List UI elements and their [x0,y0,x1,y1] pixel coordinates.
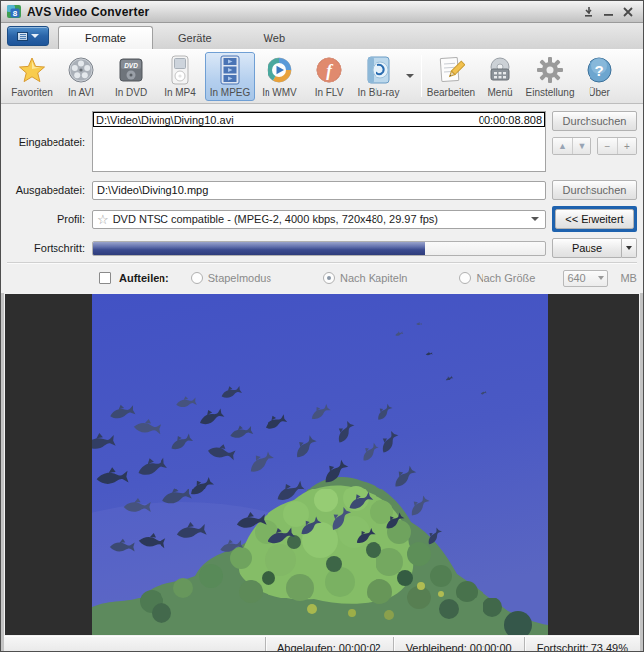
output-file-field[interactable]: D:\Video\Diving10.mpg [92,181,546,200]
minimize-icon[interactable] [598,4,618,20]
remove-file-button[interactable]: − [598,138,617,154]
window-title: AVS Video Converter [27,5,579,19]
app-window: 8 AVS Video Converter Formate Geräte Web… [0,0,644,652]
tool-label: Bearbeiten [427,87,475,98]
tab-bar: Formate Geräte Web [1,23,643,49]
arrow-down-icon: ▼ [578,141,587,151]
split-options-row: Aufteilen: Stapelmodus Nach Kapiteln Nac… [5,264,639,293]
split-option-stapelmodus[interactable]: Stapelmodus [191,272,271,284]
toolbar-einstellung[interactable]: Einstellung [525,52,575,101]
progress-fill [93,242,425,255]
input-file-list[interactable]: D:\Video\Diving\Diving10.avi 00:00:08.80… [92,111,546,172]
filmstrip-icon [219,55,241,85]
tab-geraete[interactable]: Geräte [153,26,238,49]
toolbar-in-mpeg[interactable]: In MPEG [205,52,255,101]
tab-label: Formate [85,32,126,44]
tab-formate[interactable]: Formate [58,26,153,49]
split-checkbox-label: Aufteilen: [119,272,169,284]
radio-icon[interactable] [191,272,203,284]
status-elapsed: Abgelaufen: 00:00:02 [265,637,393,652]
more-formats-arrow-icon[interactable] [406,74,414,78]
toolbar: Favoriten In AVI DVD In DVD In MP4 In MP… [1,49,643,104]
radio-label: Nach Größe [476,272,535,284]
svg-text:DVD: DVD [124,61,138,68]
add-file-button[interactable]: + [617,138,636,154]
minimize-to-tray-icon[interactable] [579,4,598,20]
menu-list-icon [17,32,28,41]
tool-label: In AVI [68,87,94,98]
tab-web[interactable]: Web [238,26,311,49]
arrow-up-icon: ▲ [558,141,567,151]
radio-icon[interactable] [323,272,335,284]
close-icon[interactable] [618,4,638,20]
status-remaining: Verbleibend: 00:00:00 [393,637,524,652]
split-size-unit: MB [620,272,637,284]
split-size-dropdown[interactable]: 640 [563,270,608,287]
chevron-down-icon [531,217,539,221]
input-file-row[interactable]: D:\Video\Diving\Diving10.avi 00:00:08.80… [93,112,545,127]
tool-label: Über [589,87,610,98]
tool-label: In WMV [262,87,297,98]
output-file-label: Ausgabedatei: [7,184,92,196]
input-file-duration: 00:00:08.808 [471,114,542,126]
edit-pencil-icon [437,55,465,85]
tool-label: In Blu-ray [358,87,400,98]
split-checkbox[interactable] [99,272,111,284]
titlebar: 8 AVS Video Converter [1,1,643,23]
dvd-disc-icon: DVD [117,55,145,85]
status-progress: Fortschritt: 73,49% [524,637,640,652]
chevron-down-icon [598,276,604,280]
toolbar-menue[interactable]: Menü [476,52,525,101]
split-option-nach-kapiteln[interactable]: Nach Kapiteln [323,272,408,284]
tool-label: Menü [487,87,512,98]
conversion-panel: Eingabedatei: D:\Video\Diving\Diving10.a… [1,104,643,293]
toolbar-ueber[interactable]: ? Über [575,52,624,101]
conversion-progress-bar [92,241,546,256]
toolbar-favoriten[interactable]: Favoriten [7,52,56,101]
portable-player-icon [170,55,190,85]
toolbar-in-avi[interactable]: In AVI [56,52,106,101]
video-preview-panel [4,293,640,636]
star-icon [17,55,47,85]
toolbar-in-bluray[interactable]: In Blu-ray [354,52,403,101]
input-file-path: D:\Video\Diving\Diving10.avi [96,114,471,126]
chevron-down-icon [31,34,39,38]
tool-label: In MPEG [210,87,251,98]
plus-icon: + [624,141,630,152]
tool-label: Favoriten [11,87,53,98]
pause-dropdown-button[interactable] [622,238,637,258]
toolbar-in-mp4[interactable]: In MP4 [156,52,205,101]
tool-label: In FLV [315,87,344,98]
move-up-button[interactable]: ▲ [553,138,572,154]
profile-dropdown[interactable]: ☆ DVD NTSC compatible - (MPEG-2, 4000 kb… [92,210,546,229]
bluray-case-icon [366,55,391,85]
profile-label: Profil: [7,213,92,225]
svg-text:8: 8 [13,9,18,18]
flash-icon: f [315,55,343,85]
radio-icon[interactable] [459,272,471,284]
tool-label: In DVD [115,87,147,98]
advanced-button-highlight: << Erweitert [552,206,637,232]
split-size-value: 640 [567,272,598,284]
browse-output-button[interactable]: Durchsuchen [552,180,637,200]
gear-icon [536,55,564,85]
tool-label: In MP4 [164,87,196,98]
video-preview [92,294,548,635]
split-option-nach-groesse[interactable]: Nach Größe [459,272,535,284]
toolbar-in-dvd[interactable]: DVD In DVD [106,52,156,101]
input-file-label: Eingabedatei: [7,136,92,148]
toolbar-bearbeiten[interactable]: Bearbeiten [426,52,476,101]
advanced-toggle-button[interactable]: << Erweitert [555,209,634,229]
toolbar-separator [421,55,422,97]
tab-label: Geräte [178,32,212,44]
pause-button[interactable]: Pause [552,238,622,258]
toolbar-in-wmv[interactable]: In WMV [255,52,304,101]
minus-icon: − [605,141,611,152]
tool-label: Einstellung [526,87,575,98]
toolbar-in-flv[interactable]: f In FLV [304,52,354,101]
browse-input-button[interactable]: Durchsuchen [552,111,637,131]
profile-star-icon: ☆ [97,213,109,226]
disc-menu-icon [486,55,514,85]
move-down-button[interactable]: ▼ [572,138,590,154]
main-menu-button[interactable] [7,26,49,46]
